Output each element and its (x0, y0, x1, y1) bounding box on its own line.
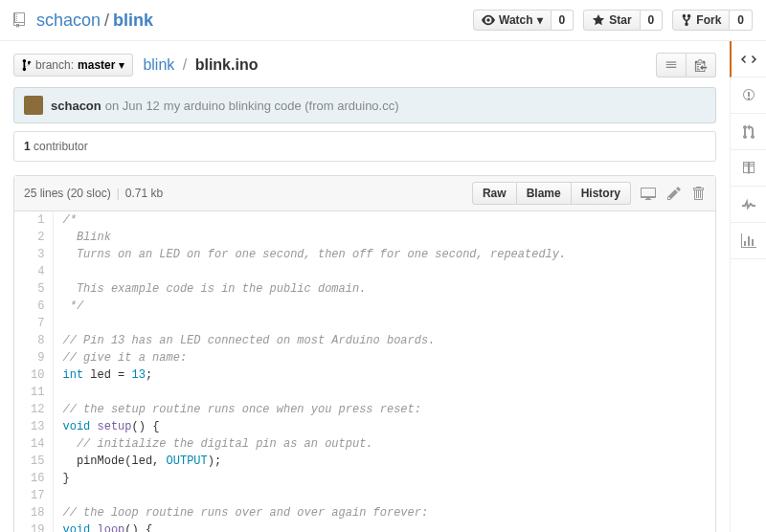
breadcrumb: blink / blink.ino (143, 56, 258, 74)
star-count[interactable]: 0 (641, 10, 664, 31)
avatar[interactable] (24, 96, 43, 115)
copy-path-button[interactable] (687, 53, 716, 78)
fork-icon (681, 13, 692, 27)
commit-date: on Jun 12 (105, 99, 160, 113)
line-number[interactable]: 12 (14, 401, 53, 418)
star-button[interactable]: Star (583, 10, 640, 31)
line-number[interactable]: 18 (14, 504, 53, 521)
line-number[interactable]: 8 (14, 332, 53, 349)
line-number[interactable]: 6 (14, 298, 53, 315)
code-line: Blink (53, 229, 715, 246)
code-line: void setup() { (53, 418, 715, 435)
repo-name-link[interactable]: blink (113, 11, 153, 31)
fork-count[interactable]: 0 (730, 10, 753, 31)
nav-issues[interactable] (731, 78, 766, 114)
code-line: // give it a name: (53, 349, 715, 366)
nav-wiki[interactable] (731, 150, 766, 187)
nav-pulls[interactable] (731, 114, 766, 150)
code-line (53, 384, 715, 401)
line-number[interactable]: 19 (14, 521, 53, 532)
line-number[interactable]: 11 (14, 384, 53, 401)
line-number[interactable]: 13 (14, 418, 53, 435)
branch-selector[interactable]: branch: master ▾ (13, 54, 133, 77)
line-number[interactable]: 1 (14, 211, 53, 229)
code-line: // Pin 13 has an LED connected on most A… (53, 332, 715, 349)
line-number[interactable]: 3 (14, 246, 53, 263)
code-line: } (53, 470, 715, 487)
line-number[interactable]: 15 (14, 453, 53, 470)
line-number[interactable]: 9 (14, 349, 53, 366)
issue-icon (742, 88, 755, 103)
code-line: /* (53, 211, 715, 229)
watch-count[interactable]: 0 (552, 10, 574, 31)
caret-down-icon: ▾ (119, 58, 124, 72)
file-viewer: 25 lines (20 sloc) | 0.71 kb Raw Blame H… (13, 175, 716, 532)
code-line: // the loop routine runs over and over a… (53, 504, 715, 521)
code-line: Turns on an LED on for one second, then … (53, 246, 715, 263)
code-line (53, 487, 715, 504)
pencil-icon[interactable] (665, 184, 683, 203)
repo-title: schacon / blink (13, 11, 153, 31)
code-line: int led = 13; (53, 366, 715, 384)
breadcrumb-file: blink.ino (195, 56, 259, 73)
commit-message: my arduino blinking code (from arduino.c… (164, 99, 399, 113)
history-button[interactable]: History (572, 182, 631, 205)
nav-graphs[interactable] (731, 223, 766, 259)
code-icon (741, 52, 756, 67)
contributors-box: 1 contributor (13, 131, 716, 162)
list-icon (665, 58, 678, 72)
line-number[interactable]: 2 (14, 229, 53, 246)
desktop-icon[interactable] (639, 184, 658, 203)
code-line (53, 315, 715, 332)
line-number[interactable]: 7 (14, 315, 53, 332)
line-number[interactable]: 16 (14, 470, 53, 487)
pull-icon (743, 124, 755, 140)
watch-button[interactable]: Watch ▾ (473, 10, 552, 31)
nav-code[interactable] (730, 41, 766, 78)
pulse-icon (742, 197, 755, 212)
repo-owner-link[interactable]: schacon (36, 11, 101, 31)
repo-icon (13, 12, 29, 28)
right-sidebar (730, 41, 766, 532)
caret-down-icon: ▾ (537, 13, 543, 27)
list-view-button[interactable] (656, 53, 687, 78)
code-line: This example code is in the public domai… (53, 280, 715, 298)
code-line: void loop() { (53, 521, 715, 532)
graph-icon (741, 233, 756, 249)
blame-button[interactable]: Blame (517, 182, 572, 205)
code-view: 1/*2 Blink3 Turns on an LED on for one s… (14, 211, 715, 532)
line-number[interactable]: 10 (14, 366, 53, 384)
line-number[interactable]: 5 (14, 280, 53, 298)
code-line: pinMode(led, OUTPUT); (53, 453, 715, 470)
separator: / (104, 11, 109, 31)
raw-button[interactable]: Raw (472, 182, 517, 205)
breadcrumb-root[interactable]: blink (143, 56, 174, 73)
star-icon (592, 13, 605, 27)
line-number[interactable]: 4 (14, 263, 53, 280)
line-number[interactable]: 14 (14, 435, 53, 453)
file-stats: 25 lines (20 sloc) | 0.71 kb (24, 187, 163, 200)
eye-icon (482, 13, 495, 27)
social-actions: Watch ▾ 0 Star 0 Fork 0 (463, 10, 753, 31)
line-number[interactable]: 17 (14, 487, 53, 504)
commit-author[interactable]: schacon (51, 99, 101, 113)
code-line (53, 263, 715, 280)
fork-button[interactable]: Fork (672, 10, 730, 31)
code-line: // the setup routine runs once when you … (53, 401, 715, 418)
branch-icon (22, 58, 32, 72)
nav-pulse[interactable] (731, 187, 766, 223)
book-icon (741, 161, 756, 176)
trash-icon[interactable] (690, 184, 706, 203)
clipboard-icon (694, 58, 708, 72)
code-line: */ (53, 298, 715, 315)
commit-info: schacon on Jun 12 my arduino blinking co… (13, 87, 716, 123)
code-line: // initialize the digital pin as an outp… (53, 435, 715, 453)
